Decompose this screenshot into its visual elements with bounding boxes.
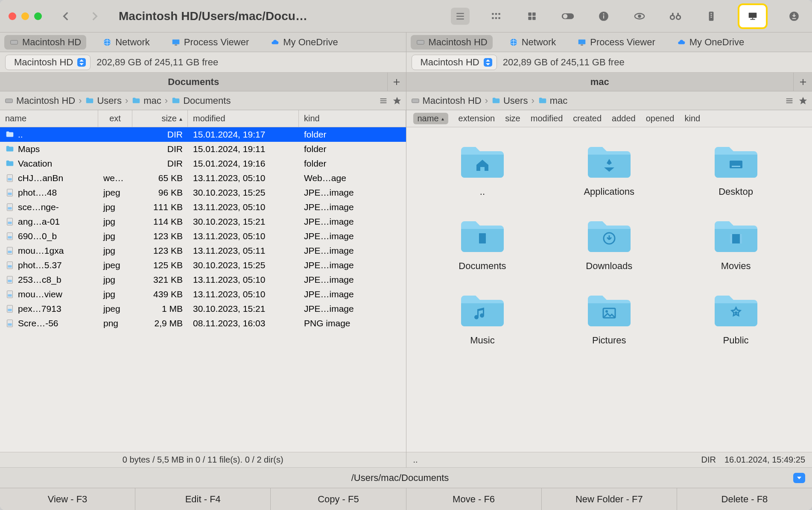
star-icon[interactable] (392, 96, 402, 106)
file-icon (5, 304, 15, 314)
svg-marker-88 (799, 97, 807, 104)
archive-icon[interactable] (702, 8, 721, 25)
breadcrumb-seg[interactable]: Users (491, 95, 528, 106)
folder-icon (491, 96, 501, 106)
folder-documents[interactable]: Documents (424, 214, 542, 272)
folder-icon (584, 140, 635, 181)
breadcrumb-seg[interactable]: Macintosh HD (411, 95, 482, 106)
view-grid-icon[interactable] (523, 8, 541, 25)
minimize-button[interactable] (21, 12, 29, 20)
file-row[interactable]: Scre…-56png2,9 MB08.11.2023, 16:03PNG im… (0, 316, 406, 331)
file-row[interactable]: 690…0_bjpg123 KB13.11.2023, 05:10JPE…ima… (0, 229, 406, 243)
file-row[interactable]: mou…viewjpg439 KB13.11.2023, 05:10JPE…im… (0, 287, 406, 302)
back-button[interactable] (61, 11, 72, 22)
fullscreen-button[interactable] (34, 12, 42, 20)
download-icon[interactable] (785, 8, 803, 25)
quicklook-icon[interactable] (630, 8, 649, 25)
svg-rect-54 (8, 193, 12, 195)
folder-public[interactable]: Public (677, 289, 795, 346)
tab-macintosh-hd[interactable]: Macintosh HD (4, 35, 86, 50)
breadcrumb-seg[interactable]: mac (538, 95, 568, 106)
view-columns-icon[interactable] (487, 8, 505, 25)
tab-my-onedrive[interactable]: My OneDrive (672, 35, 749, 50)
right-volume-select[interactable]: Macintosh HD (412, 55, 497, 70)
list-mode-icon[interactable] (785, 96, 794, 106)
folder-icon (457, 140, 508, 181)
folder-downloads[interactable]: Downloads (550, 214, 668, 272)
col-opened[interactable]: opened (646, 114, 675, 123)
tab-my-onedrive[interactable]: My OneDrive (265, 35, 343, 50)
right-add-tab-button[interactable] (793, 73, 812, 91)
col-ext[interactable]: ext (98, 110, 132, 127)
right-column-header[interactable]: name▴extensionsizemodifiedcreatedaddedop… (406, 110, 812, 127)
close-button[interactable] (9, 12, 16, 20)
breadcrumb-seg[interactable]: Macintosh HD (4, 95, 75, 106)
left-add-tab-button[interactable] (387, 73, 406, 91)
col-name[interactable]: name (0, 110, 98, 127)
file-row[interactable]: ang…a-01jpg114 KB30.10.2023, 15:21JPE…im… (0, 214, 406, 229)
breadcrumb-seg[interactable]: Users (85, 95, 121, 106)
right-icon-view[interactable]: ..ApplicationsDesktopDocumentsDownloadsM… (406, 127, 812, 452)
file-row[interactable]: mou…1gxajpg123 KB13.11.2023, 05:11JPE…im… (0, 243, 406, 258)
col-name[interactable]: name▴ (413, 113, 448, 124)
folder-applications[interactable]: Applications (550, 140, 668, 197)
svg-rect-60 (8, 236, 12, 239)
list-mode-icon[interactable] (379, 96, 388, 106)
tab-process-viewer[interactable]: Process Viewer (166, 35, 254, 50)
col-kind[interactable]: kind (299, 110, 406, 127)
path-input[interactable] (7, 472, 793, 484)
folder-desktop[interactable]: Desktop (677, 140, 795, 197)
right-pane: Macintosh HDNetworkProcess ViewerMy OneD… (406, 32, 812, 467)
fn-copy[interactable]: Copy - F5 (271, 488, 406, 510)
path-dropdown-button[interactable] (793, 473, 805, 483)
fn-new[interactable]: New Folder - F7 (542, 488, 677, 510)
toggle-switch-icon[interactable] (558, 8, 577, 25)
col-modified[interactable]: modified (531, 114, 563, 123)
svg-point-17 (603, 13, 604, 15)
network-share-icon[interactable] (738, 3, 768, 29)
right-subtab-label[interactable]: mac (406, 76, 794, 88)
col-kind[interactable]: kind (684, 114, 700, 123)
left-column-header[interactable]: name ext size modified kind (0, 110, 406, 127)
col-size[interactable]: size (132, 110, 188, 127)
breadcrumb-seg[interactable]: mac (131, 95, 161, 106)
file-row[interactable]: 253…c8_bjpg321 KB13.11.2023, 05:10JPE…im… (0, 273, 406, 287)
col-extension[interactable]: extension (459, 114, 495, 123)
info-icon[interactable] (594, 8, 613, 25)
col-size[interactable]: size (505, 114, 520, 123)
file-row[interactable]: VacationDIR15.01.2024, 19:16folder (0, 156, 406, 171)
file-row[interactable]: cHJ…anBnwe…65 KB13.11.2023, 05:10Web…age (0, 171, 406, 185)
folder-pictures[interactable]: Pictures (550, 289, 668, 346)
file-row[interactable]: phot…5.37jpeg125 KB30.10.2023, 15:25JPE…… (0, 258, 406, 273)
binoculars-icon[interactable] (666, 8, 685, 25)
file-row[interactable]: ..DIR15.01.2024, 19:17folder (0, 127, 406, 142)
fn-edit[interactable]: Edit - F4 (135, 488, 271, 510)
col-created[interactable]: created (573, 114, 602, 123)
col-modified[interactable]: modified (188, 110, 299, 127)
file-row[interactable]: MapsDIR15.01.2024, 19:11folder (0, 142, 406, 156)
file-row[interactable]: pex…7913jpeg1 MB30.10.2023, 15:21JPE…ima… (0, 302, 406, 316)
left-subtab-label[interactable]: Documents (0, 76, 387, 88)
left-pane: Macintosh HDNetworkProcess ViewerMy OneD… (0, 32, 406, 467)
breadcrumb-seg[interactable]: Documents (171, 95, 231, 106)
tab-network[interactable]: Network (504, 35, 561, 50)
forward-button[interactable] (89, 11, 100, 22)
folder-..[interactable]: .. (424, 140, 542, 197)
file-row[interactable]: phot….48jpeg96 KB30.10.2023, 15:25JPE…im… (0, 185, 406, 200)
tab-process-viewer[interactable]: Process Viewer (572, 35, 660, 50)
view-list-icon[interactable] (451, 8, 470, 25)
left-volume-select[interactable]: Macintosh HD (5, 55, 91, 70)
fn-move[interactable]: Move - F6 (406, 488, 542, 510)
file-icon (5, 232, 15, 241)
fn-view[interactable]: View - F3 (0, 488, 135, 510)
star-icon[interactable] (798, 96, 808, 106)
left-file-list[interactable]: ..DIR15.01.2024, 19:17folderMapsDIR15.01… (0, 127, 406, 452)
folder-movies[interactable]: Movies (677, 214, 795, 272)
file-row[interactable]: sce…nge-jpg111 KB13.11.2023, 05:10JPE…im… (0, 200, 406, 214)
folder-music[interactable]: Music (424, 289, 542, 346)
tab-macintosh-hd[interactable]: Macintosh HD (411, 35, 493, 50)
svg-rect-35 (11, 40, 18, 44)
col-added[interactable]: added (612, 114, 636, 123)
tab-network[interactable]: Network (97, 35, 155, 50)
fn-delete[interactable]: Delete - F8 (677, 488, 812, 510)
